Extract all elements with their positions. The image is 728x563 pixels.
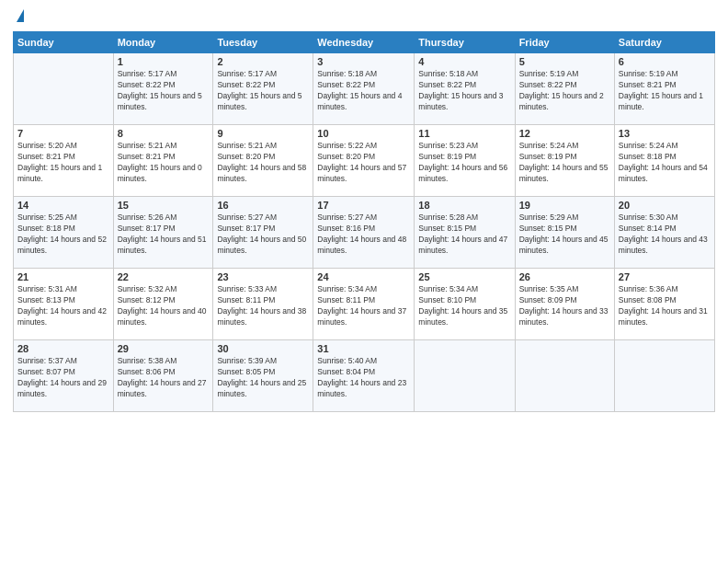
weekday-header-sunday: Sunday [14, 32, 114, 53]
day-number: 26 [519, 271, 610, 282]
day-number: 21 [17, 271, 109, 282]
calendar-cell: 14Sunrise: 5:25 AMSunset: 8:18 PMDayligh… [14, 197, 114, 269]
day-number: 9 [217, 128, 309, 139]
calendar-cell: 8Sunrise: 5:21 AMSunset: 8:21 PMDaylight… [113, 125, 213, 197]
day-info: Sunrise: 5:27 AMSunset: 8:17 PMDaylight:… [217, 213, 309, 257]
day-number: 22 [118, 271, 210, 282]
day-info: Sunrise: 5:24 AMSunset: 8:19 PMDaylight:… [519, 141, 610, 185]
day-info: Sunrise: 5:24 AMSunset: 8:18 PMDaylight:… [619, 141, 711, 185]
day-info: Sunrise: 5:18 AMSunset: 8:22 PMDaylight:… [317, 69, 410, 113]
calendar-cell: 7Sunrise: 5:20 AMSunset: 8:21 PMDaylight… [14, 125, 114, 197]
logo-text [13, 9, 24, 24]
day-info: Sunrise: 5:36 AMSunset: 8:08 PMDaylight:… [619, 284, 711, 328]
day-info: Sunrise: 5:20 AMSunset: 8:21 PMDaylight:… [17, 141, 109, 185]
day-number: 14 [17, 200, 109, 211]
day-number: 3 [317, 56, 410, 67]
weekday-header-monday: Monday [113, 32, 213, 53]
day-info: Sunrise: 5:34 AMSunset: 8:11 PMDaylight:… [317, 284, 410, 328]
calendar-cell [614, 340, 714, 412]
header [13, 9, 715, 24]
calendar-cell: 5Sunrise: 5:19 AMSunset: 8:22 PMDaylight… [515, 53, 614, 125]
day-info: Sunrise: 5:23 AMSunset: 8:19 PMDaylight:… [418, 141, 510, 185]
weekday-header-thursday: Thursday [415, 32, 515, 53]
calendar-week-row: 7Sunrise: 5:20 AMSunset: 8:21 PMDaylight… [14, 125, 715, 197]
day-info: Sunrise: 5:19 AMSunset: 8:22 PMDaylight:… [519, 69, 610, 113]
day-info: Sunrise: 5:27 AMSunset: 8:16 PMDaylight:… [317, 213, 410, 257]
day-number: 17 [317, 200, 410, 211]
day-info: Sunrise: 5:25 AMSunset: 8:18 PMDaylight:… [17, 213, 109, 257]
calendar-cell: 21Sunrise: 5:31 AMSunset: 8:13 PMDayligh… [14, 269, 114, 340]
day-info: Sunrise: 5:18 AMSunset: 8:22 PMDaylight:… [418, 69, 510, 113]
calendar-cell: 1Sunrise: 5:17 AMSunset: 8:22 PMDaylight… [113, 53, 213, 125]
day-number: 6 [619, 56, 711, 67]
day-number: 10 [317, 128, 410, 139]
day-info: Sunrise: 5:28 AMSunset: 8:15 PMDaylight:… [418, 213, 510, 257]
calendar-cell: 6Sunrise: 5:19 AMSunset: 8:21 PMDaylight… [614, 53, 714, 125]
calendar-cell: 31Sunrise: 5:40 AMSunset: 8:04 PMDayligh… [313, 340, 415, 412]
weekday-header-friday: Friday [515, 32, 614, 53]
calendar-cell: 13Sunrise: 5:24 AMSunset: 8:18 PMDayligh… [614, 125, 714, 197]
day-number: 25 [418, 271, 510, 282]
calendar-cell: 29Sunrise: 5:38 AMSunset: 8:06 PMDayligh… [113, 340, 213, 412]
day-info: Sunrise: 5:32 AMSunset: 8:12 PMDaylight:… [118, 284, 210, 328]
day-info: Sunrise: 5:35 AMSunset: 8:09 PMDaylight:… [519, 284, 610, 328]
day-info: Sunrise: 5:21 AMSunset: 8:21 PMDaylight:… [118, 141, 210, 185]
calendar-cell: 26Sunrise: 5:35 AMSunset: 8:09 PMDayligh… [515, 269, 614, 340]
weekday-header-saturday: Saturday [614, 32, 714, 53]
day-info: Sunrise: 5:22 AMSunset: 8:20 PMDaylight:… [317, 141, 410, 185]
day-number: 4 [418, 56, 510, 67]
calendar-week-row: 21Sunrise: 5:31 AMSunset: 8:13 PMDayligh… [14, 269, 715, 340]
weekday-header-row: SundayMondayTuesdayWednesdayThursdayFrid… [14, 32, 715, 53]
day-number: 28 [17, 343, 109, 354]
logo-triangle-icon [17, 9, 24, 22]
day-number: 19 [519, 200, 610, 211]
day-number: 27 [619, 271, 711, 282]
day-info: Sunrise: 5:34 AMSunset: 8:10 PMDaylight:… [418, 284, 510, 328]
calendar-cell: 18Sunrise: 5:28 AMSunset: 8:15 PMDayligh… [415, 197, 515, 269]
day-number: 29 [118, 343, 210, 354]
day-info: Sunrise: 5:26 AMSunset: 8:17 PMDaylight:… [118, 213, 210, 257]
day-number: 2 [217, 56, 309, 67]
calendar-cell: 30Sunrise: 5:39 AMSunset: 8:05 PMDayligh… [213, 340, 313, 412]
day-info: Sunrise: 5:33 AMSunset: 8:11 PMDaylight:… [217, 284, 309, 328]
day-number: 16 [217, 200, 309, 211]
day-info: Sunrise: 5:19 AMSunset: 8:21 PMDaylight:… [619, 69, 711, 113]
calendar-cell: 16Sunrise: 5:27 AMSunset: 8:17 PMDayligh… [213, 197, 313, 269]
day-number: 24 [317, 271, 410, 282]
calendar-cell: 22Sunrise: 5:32 AMSunset: 8:12 PMDayligh… [113, 269, 213, 340]
calendar-cell [515, 340, 614, 412]
calendar-cell: 23Sunrise: 5:33 AMSunset: 8:11 PMDayligh… [213, 269, 313, 340]
day-number: 7 [17, 128, 109, 139]
calendar-cell: 9Sunrise: 5:21 AMSunset: 8:20 PMDaylight… [213, 125, 313, 197]
day-number: 20 [619, 200, 711, 211]
calendar-cell [415, 340, 515, 412]
calendar-cell: 25Sunrise: 5:34 AMSunset: 8:10 PMDayligh… [415, 269, 515, 340]
logo [13, 9, 24, 24]
day-number: 8 [118, 128, 210, 139]
day-info: Sunrise: 5:40 AMSunset: 8:04 PMDaylight:… [317, 356, 410, 400]
day-number: 11 [418, 128, 510, 139]
day-number: 18 [418, 200, 510, 211]
calendar-cell: 19Sunrise: 5:29 AMSunset: 8:15 PMDayligh… [515, 197, 614, 269]
calendar-cell: 10Sunrise: 5:22 AMSunset: 8:20 PMDayligh… [313, 125, 415, 197]
calendar-week-row: 1Sunrise: 5:17 AMSunset: 8:22 PMDaylight… [14, 53, 715, 125]
day-number: 15 [118, 200, 210, 211]
day-info: Sunrise: 5:39 AMSunset: 8:05 PMDaylight:… [217, 356, 309, 400]
day-info: Sunrise: 5:21 AMSunset: 8:20 PMDaylight:… [217, 141, 309, 185]
calendar-cell: 27Sunrise: 5:36 AMSunset: 8:08 PMDayligh… [614, 269, 714, 340]
calendar-cell: 15Sunrise: 5:26 AMSunset: 8:17 PMDayligh… [113, 197, 213, 269]
calendar-cell [14, 53, 114, 125]
day-info: Sunrise: 5:37 AMSunset: 8:07 PMDaylight:… [17, 356, 109, 400]
day-info: Sunrise: 5:17 AMSunset: 8:22 PMDaylight:… [217, 69, 309, 113]
day-info: Sunrise: 5:17 AMSunset: 8:22 PMDaylight:… [118, 69, 210, 113]
day-info: Sunrise: 5:29 AMSunset: 8:15 PMDaylight:… [519, 213, 610, 257]
calendar-week-row: 28Sunrise: 5:37 AMSunset: 8:07 PMDayligh… [14, 340, 715, 412]
page-container: SundayMondayTuesdayWednesdayThursdayFrid… [0, 0, 728, 421]
day-number: 30 [217, 343, 309, 354]
calendar-week-row: 14Sunrise: 5:25 AMSunset: 8:18 PMDayligh… [14, 197, 715, 269]
calendar-cell: 24Sunrise: 5:34 AMSunset: 8:11 PMDayligh… [313, 269, 415, 340]
weekday-header-tuesday: Tuesday [213, 32, 313, 53]
calendar-table: SundayMondayTuesdayWednesdayThursdayFrid… [13, 31, 715, 412]
calendar-cell: 3Sunrise: 5:18 AMSunset: 8:22 PMDaylight… [313, 53, 415, 125]
calendar-cell: 4Sunrise: 5:18 AMSunset: 8:22 PMDaylight… [415, 53, 515, 125]
